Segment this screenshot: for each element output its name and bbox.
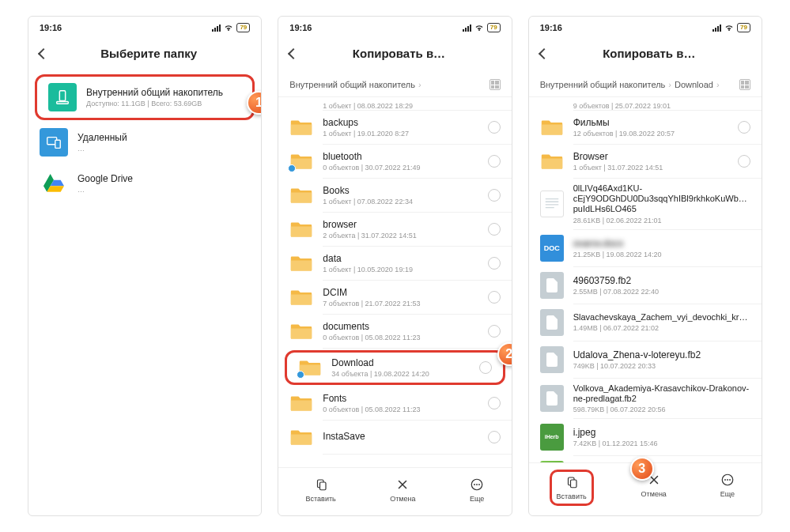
screen-3: 19:16 79 Копировать в… Внутренний общий …: [528, 16, 762, 516]
radio-select[interactable]: [738, 155, 750, 168]
folder-row[interactable]: backups 1 объект | 19.01.2020 8:27: [278, 111, 511, 144]
breadcrumb[interactable]: Внутренний общий накопитель ›: [278, 73, 511, 96]
paste-label: Вставить: [557, 492, 587, 500]
folder-icon: [289, 220, 313, 239]
view-grid-icon[interactable]: [739, 79, 750, 90]
radio-select[interactable]: [488, 325, 501, 338]
file-row[interactable]: 49603759.fb2 2.55MB | 07.08.2022 22:40: [529, 267, 762, 304]
wifi-icon: [474, 23, 484, 32]
more-icon: [470, 477, 484, 492]
folder-icon: [289, 322, 313, 341]
folder-row[interactable]: Books 1 объект | 07.08.2022 22:34: [278, 179, 511, 212]
storage-internal[interactable]: Внутренний общий накопитель Доступно: 11…: [35, 74, 255, 120]
page-title: Копировать в…: [297, 47, 500, 60]
page-title: Выберите папку: [47, 47, 250, 60]
storage-icon: [48, 83, 77, 111]
folder-icon: [289, 394, 313, 413]
folder-name: browser: [323, 219, 478, 230]
file-name: Фильмы: [573, 117, 728, 128]
paste-button[interactable]: Вставить: [300, 474, 342, 506]
folder-icon: [289, 428, 313, 447]
folder-row[interactable]: Download 34 объекта | 19.08.2022 14:20: [285, 350, 505, 385]
file-name: Udalova_Zhena-v-lotereyu.fb2: [573, 349, 750, 360]
file-row[interactable]: Volkova_Akademiya-Krasavchikov-Drakonov-…: [529, 379, 762, 418]
file-row[interactable]: iHerb i.jpeg 7.42KB | 01.12.2021 15:46: [529, 419, 762, 455]
chevron-right-icon: ›: [418, 80, 421, 89]
file-icon: [540, 385, 564, 412]
breadcrumb-segment[interactable]: Внутренний общий накопитель: [540, 80, 666, 89]
file-meta: 1.49MB | 06.07.2022 21:02: [573, 324, 750, 332]
radio-select[interactable]: [488, 257, 501, 270]
folder-icon: [289, 152, 313, 171]
step-badge-3: 3: [630, 457, 654, 481]
text-file-icon: [540, 191, 564, 217]
file-row[interactable]: DOC ovarov.docx 21.25KB | 19.08.2022 14:…: [529, 230, 762, 266]
paste-icon: [314, 477, 328, 492]
storage-title: Внутренний общий накопитель: [86, 87, 241, 98]
more-button[interactable]: Еще: [463, 474, 490, 506]
file-name: 0lLIVq46Axd1KU-cEjY9ODGhDU0Du3sqqYhIBl9r…: [573, 183, 750, 215]
radio-select[interactable]: [488, 121, 501, 134]
file-row[interactable]: Udalova_Zhena-v-lotereyu.fb2 749KB | 10.…: [529, 341, 762, 378]
paste-button[interactable]: Вставить: [550, 470, 594, 506]
folder-meta: 1 объект | 07.08.2022 22:34: [323, 198, 478, 206]
more-label: Еще: [470, 495, 484, 503]
radio-select[interactable]: [488, 223, 501, 236]
radio-select[interactable]: [488, 189, 501, 202]
paste-label: Вставить: [306, 495, 336, 503]
folder-meta: 0 объектов | 05.08.2022 11:23: [323, 334, 478, 341]
folder-name: DCIM: [323, 287, 478, 298]
folder-name: Books: [323, 185, 478, 196]
breadcrumb[interactable]: Внутренний общий накопитель › Download ›: [529, 73, 762, 96]
radio-select[interactable]: [479, 361, 492, 374]
more-icon: [720, 473, 735, 487]
folder-name: documents: [323, 321, 478, 332]
radio-select[interactable]: [488, 431, 501, 443]
sync-icon: [297, 371, 304, 379]
folder-list: backups 1 объект | 19.01.2020 8:27 bluet…: [278, 111, 511, 467]
header: Выберите папку: [28, 39, 261, 73]
file-icon: [540, 309, 564, 336]
file-meta: 2.55MB | 07.08.2022 22:40: [573, 288, 750, 296]
chevron-right-icon: ›: [716, 80, 720, 89]
folder-row[interactable]: bluetooth 0 объектов | 30.07.2022 21:49: [278, 145, 511, 178]
radio-select[interactable]: [488, 397, 501, 409]
storage-gdrive[interactable]: Google Drive …: [28, 163, 261, 204]
file-meta: 1 объект | 31.07.2022 14:51: [573, 164, 728, 172]
folder-name: backups: [323, 117, 478, 128]
folder-row[interactable]: Фильмы 12 объектов | 19.08.2022 20:57: [529, 111, 762, 144]
paste-icon: [565, 475, 579, 489]
radio-select[interactable]: [488, 155, 501, 168]
folder-row[interactable]: data 1 объект | 10.05.2020 19:19: [278, 247, 511, 280]
folder-row[interactable]: Fonts 0 объектов | 05.08.2022 11:23: [278, 387, 511, 420]
breadcrumb-segment[interactable]: Внутренний общий накопитель: [289, 80, 415, 89]
status-bar: 19:16 79: [278, 17, 511, 39]
folder-meta: 1 объект | 10.05.2020 19:19: [323, 266, 478, 274]
breadcrumb-segment[interactable]: Download: [675, 80, 713, 89]
battery-indicator: 79: [487, 23, 501, 32]
file-name: Browser: [573, 151, 728, 162]
header: Копировать в…: [278, 39, 511, 73]
file-meta: 749KB | 10.07.2022 20:33: [573, 362, 750, 370]
view-grid-icon[interactable]: [489, 79, 501, 90]
folder-row[interactable]: documents 0 объектов | 05.08.2022 11:23: [278, 315, 511, 348]
file-row[interactable]: Slavachevskaya_Zachem_vyi_devochki_krasi…: [529, 304, 762, 341]
battery-indicator: 79: [737, 23, 750, 32]
clock: 19:16: [289, 23, 312, 32]
file-name: 49603759.fb2: [573, 275, 750, 286]
more-button[interactable]: Еще: [714, 470, 741, 506]
cancel-button[interactable]: Отмена: [384, 474, 421, 506]
file-meta: 7.42KB | 01.12.2021 15:46: [573, 440, 750, 447]
file-name: ovarov.docx: [573, 238, 750, 249]
gdrive-title: Google Drive: [77, 173, 250, 184]
folder-row[interactable]: browser 2 объекта | 31.07.2022 14:51: [278, 213, 511, 246]
storage-remote[interactable]: Удаленный …: [28, 122, 261, 163]
radio-select[interactable]: [488, 291, 501, 304]
doc-file-icon: DOC: [540, 235, 564, 262]
file-row[interactable]: 0lLIVq46Axd1KU-cEjY9ODGhDU0Du3sqqYhIBl9r…: [529, 179, 762, 229]
folder-row[interactable]: InstaSave: [278, 421, 511, 454]
remote-sub: …: [77, 145, 250, 153]
radio-select[interactable]: [738, 121, 750, 134]
folder-row[interactable]: DCIM 7 объектов | 21.07.2022 21:53: [278, 281, 511, 314]
folder-row[interactable]: Browser 1 объект | 31.07.2022 14:51: [529, 145, 762, 178]
